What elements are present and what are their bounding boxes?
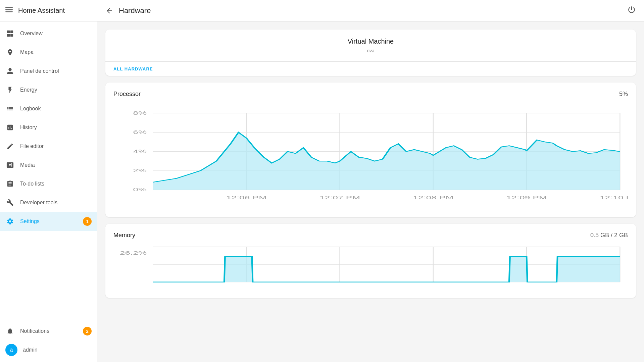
sidebar-item-todo-label: To-do lists — [20, 181, 44, 187]
vm-card-top: Virtual Machine ova — [105, 30, 636, 61]
svg-rect-4 — [10, 31, 13, 33]
sidebar-item-energy[interactable]: Energy — [0, 81, 97, 99]
svg-rect-6 — [10, 34, 13, 37]
sidebar-item-energy-label: Energy — [20, 87, 37, 93]
processor-chart: 8% 6% 4% 2% 0% 12:06 PM 12:07 PM 12:08 P… — [113, 102, 628, 209]
overview-icon — [5, 30, 15, 37]
sidebar-item-panel[interactable]: Panel de control — [0, 62, 97, 81]
svg-rect-3 — [7, 31, 10, 33]
memory-card: Memory 0.5 GB / 2 GB 26.2% — [105, 224, 636, 298]
sidebar-item-notifications[interactable]: Notifications 2 — [0, 322, 97, 341]
sidebar-item-dev-tools[interactable]: Developer tools — [0, 193, 97, 212]
sidebar-header: Home Assistant — [0, 0, 97, 21]
sidebar-item-dev-tools-label: Developer tools — [20, 200, 57, 206]
svg-rect-1 — [5, 9, 13, 10]
vm-subtitle: ova — [113, 48, 628, 53]
back-button[interactable] — [105, 7, 113, 15]
sidebar-item-mapa-label: Mapa — [20, 49, 34, 55]
sidebar-item-file-editor[interactable]: File editor — [0, 137, 97, 156]
svg-text:0%: 0% — [133, 187, 147, 192]
media-icon — [5, 161, 15, 169]
sidebar-nav: Overview Mapa Panel de control Energy — [0, 21, 97, 319]
dev-tools-icon — [5, 199, 15, 206]
page-title: Hardware — [119, 6, 151, 15]
svg-text:8%: 8% — [133, 111, 147, 116]
sidebar-item-logbook-label: Logbook — [20, 106, 41, 112]
sidebar-bottom: Notifications 2 a admin — [0, 319, 97, 362]
sidebar-item-panel-label: Panel de control — [20, 68, 59, 74]
sidebar-item-overview-label: Overview — [20, 31, 43, 37]
memory-value: 0.5 GB / 2 GB — [590, 232, 628, 239]
processor-card: Processor 5% 8 — [105, 83, 636, 217]
menu-icon[interactable] — [5, 6, 13, 15]
sidebar-admin-label: admin — [23, 347, 38, 353]
settings-icon — [5, 218, 15, 225]
avatar: a — [5, 344, 17, 356]
svg-text:12:10 PM: 12:10 PM — [600, 195, 628, 200]
energy-icon — [5, 86, 15, 94]
svg-text:12:08 PM: 12:08 PM — [413, 195, 453, 200]
sidebar-item-todo[interactable]: To-do lists — [0, 174, 97, 193]
sidebar-item-media-label: Media — [20, 162, 35, 168]
svg-text:12:09 PM: 12:09 PM — [506, 195, 547, 200]
sidebar-item-settings[interactable]: Settings 1 — [0, 212, 97, 231]
history-icon — [5, 124, 15, 131]
sidebar-item-mapa[interactable]: Mapa — [0, 43, 97, 62]
todo-icon — [5, 180, 15, 188]
svg-text:6%: 6% — [133, 130, 147, 135]
content-area: Virtual Machine ova ALL HARDWARE Process… — [97, 21, 644, 362]
panel-icon — [5, 67, 15, 75]
processor-value: 5% — [619, 91, 628, 98]
logbook-icon — [5, 105, 15, 112]
sidebar-item-media[interactable]: Media — [0, 156, 97, 174]
processor-title: Processor — [113, 91, 141, 98]
svg-text:12:06 PM: 12:06 PM — [226, 195, 267, 200]
vm-card-bottom: ALL HARDWARE — [105, 61, 636, 76]
sidebar-item-notifications-label: Notifications — [20, 328, 49, 334]
svg-rect-0 — [5, 7, 13, 8]
all-hardware-link[interactable]: ALL HARDWARE — [113, 66, 153, 71]
mapa-icon — [5, 49, 15, 56]
svg-marker-22 — [153, 132, 620, 190]
sidebar: Home Assistant Overview Mapa Panel de co… — [0, 0, 97, 362]
sidebar-item-history-label: History — [20, 124, 37, 131]
settings-badge: 1 — [83, 217, 92, 226]
notifications-icon — [5, 327, 15, 335]
svg-text:4%: 4% — [133, 149, 147, 154]
sidebar-item-overview[interactable]: Overview — [0, 24, 97, 43]
svg-text:26.2%: 26.2% — [120, 250, 147, 256]
memory-header: Memory 0.5 GB / 2 GB — [113, 232, 628, 239]
sidebar-item-settings-label: Settings — [20, 218, 40, 224]
svg-text:12:07 PM: 12:07 PM — [319, 195, 360, 200]
svg-rect-5 — [7, 34, 10, 37]
notifications-badge: 2 — [83, 327, 92, 335]
app-title: Home Assistant — [18, 7, 65, 14]
sidebar-item-admin[interactable]: a admin — [0, 341, 97, 359]
vm-title: Virtual Machine — [113, 38, 628, 45]
sidebar-item-file-editor-label: File editor — [20, 143, 44, 149]
power-icon[interactable] — [627, 5, 636, 16]
sidebar-item-logbook[interactable]: Logbook — [0, 99, 97, 118]
virtual-machine-card: Virtual Machine ova ALL HARDWARE — [105, 30, 636, 76]
processor-header: Processor 5% — [113, 91, 628, 98]
svg-text:2%: 2% — [133, 168, 147, 173]
main-content: Hardware Virtual Machine ova ALL HARDWAR… — [97, 0, 644, 362]
topbar: Hardware — [97, 0, 644, 21]
file-editor-icon — [5, 143, 15, 150]
svg-marker-37 — [153, 257, 620, 282]
svg-rect-2 — [5, 11, 13, 12]
memory-chart: 26.2% — [113, 243, 628, 290]
memory-title: Memory — [113, 232, 135, 239]
sidebar-item-history[interactable]: History — [0, 118, 97, 137]
